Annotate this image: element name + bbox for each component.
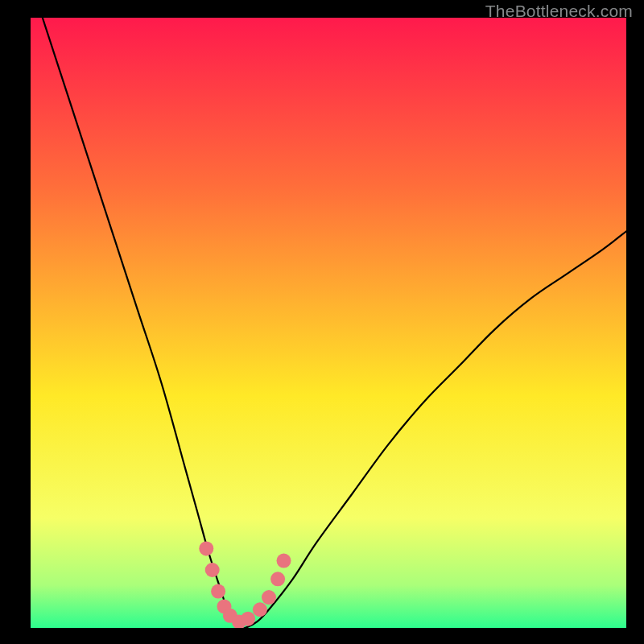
highlight-point [277, 554, 291, 568]
highlight-point [241, 612, 255, 626]
chart-svg [31, 18, 626, 628]
highlight-point [205, 563, 220, 577]
highlight-point [270, 572, 285, 586]
highlight-point [211, 584, 225, 599]
watermark-text: TheBottleneck.com [485, 2, 633, 21]
highlight-point [253, 602, 267, 617]
highlight-point [199, 541, 213, 555]
highlight-point [262, 590, 276, 605]
chart-frame: TheBottleneck.com [0, 0, 644, 644]
gradient-background [31, 18, 626, 628]
chart-plot-area [31, 18, 626, 628]
